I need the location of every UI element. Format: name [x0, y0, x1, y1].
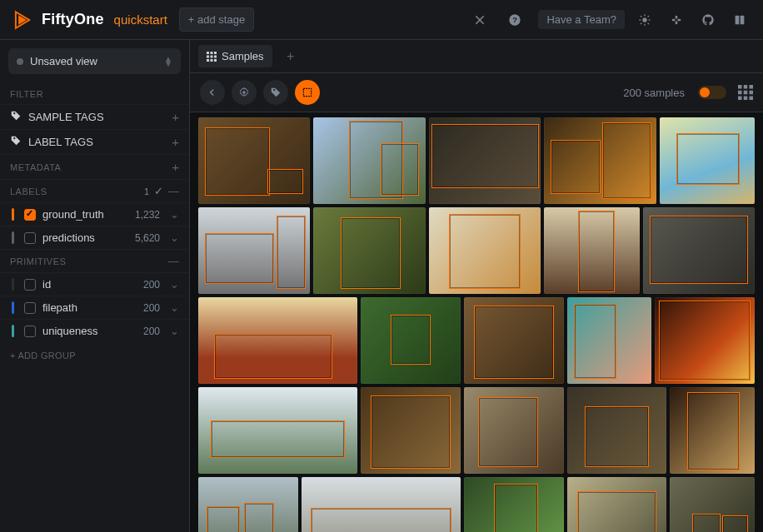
chevron-down-icon[interactable]: ⌄: [170, 208, 179, 221]
sample-thumbnail[interactable]: [643, 207, 755, 294]
docs-icon[interactable]: [728, 8, 751, 32]
sample-thumbnail[interactable]: [198, 477, 298, 532]
sample-thumbnail[interactable]: [198, 117, 310, 204]
settings-button[interactable]: [232, 80, 257, 105]
chevron-down-icon[interactable]: ⌄: [170, 325, 179, 337]
svg-text:?: ?: [513, 16, 518, 24]
bounding-box: [431, 124, 539, 188]
grid-view-icon[interactable]: [738, 85, 753, 100]
team-link[interactable]: Have a Team?: [538, 10, 625, 29]
svg-rect-27: [207, 59, 209, 62]
minus-icon[interactable]: —: [168, 185, 179, 197]
theme-icon[interactable]: [633, 8, 656, 32]
sample-thumbnail[interactable]: [670, 387, 755, 474]
svg-rect-40: [750, 97, 754, 101]
dataset-name[interactable]: quickstart: [114, 12, 167, 27]
sample-thumbnail[interactable]: [464, 387, 564, 474]
primitive-row-filepath[interactable]: filepath200⌄: [0, 296, 189, 319]
add-stage-label: + add stage: [188, 13, 245, 26]
primitives-label: PRIMITIVES: [10, 256, 66, 266]
sample-thumbnail[interactable]: [361, 297, 461, 384]
main: Samples + 200 samples: [190, 40, 763, 532]
tag-button[interactable]: [263, 80, 288, 105]
checkbox[interactable]: [24, 232, 36, 244]
brand-logo-icon: [12, 9, 33, 31]
sample-tags-label: SAMPLE TAGS: [28, 111, 104, 123]
primitive-count: 200: [143, 326, 160, 337]
checkbox[interactable]: [24, 302, 36, 314]
sample-thumbnail[interactable]: [567, 297, 652, 384]
sample-tags-row[interactable]: SAMPLE TAGS +: [0, 104, 189, 129]
bounding-box: [277, 216, 306, 288]
sample-thumbnail[interactable]: [302, 477, 461, 532]
help-icon[interactable]: ?: [503, 8, 526, 32]
add-stage-button[interactable]: + add stage: [179, 7, 254, 32]
sample-thumbnail[interactable]: [655, 297, 755, 384]
grid-icon: [207, 52, 217, 62]
svg-rect-23: [214, 52, 217, 54]
bounding-box: [449, 214, 521, 288]
add-group-button[interactable]: + ADD GROUP: [0, 342, 189, 369]
view-picker-label: Unsaved view: [30, 55, 97, 67]
checkbox[interactable]: [24, 326, 36, 337]
svg-rect-24: [207, 55, 209, 57]
plus-icon[interactable]: +: [172, 160, 179, 174]
clear-icon[interactable]: [468, 8, 491, 32]
sample-thumbnail[interactable]: [464, 477, 564, 532]
metadata-row[interactable]: METADATA +: [0, 154, 189, 179]
patches-button[interactable]: [295, 80, 320, 105]
primitive-color-swatch: [12, 325, 14, 337]
label-row-ground_truth[interactable]: ground_truth1,232⌄: [0, 202, 189, 226]
sample-thumbnail[interactable]: [567, 387, 667, 474]
svg-point-6: [642, 17, 646, 22]
minus-icon[interactable]: —: [168, 255, 179, 267]
bounding-box: [391, 315, 431, 365]
labels-header-row[interactable]: LABELS 1 ✓ —: [0, 179, 189, 202]
tab-add-button[interactable]: +: [279, 49, 302, 64]
sample-thumbnail[interactable]: [313, 207, 425, 294]
sample-grid[interactable]: [190, 112, 763, 532]
label-row-predictions[interactable]: predictions5,620⌄: [0, 226, 189, 249]
bounding-box: [585, 406, 649, 467]
chevron-down-icon[interactable]: ⌄: [170, 278, 179, 291]
overlay-toggle[interactable]: [698, 86, 726, 99]
slack-icon[interactable]: [665, 8, 688, 32]
tabs: Samples +: [190, 40, 763, 73]
sample-thumbnail[interactable]: [198, 207, 310, 294]
sample-thumbnail[interactable]: [313, 117, 425, 204]
sample-count: 200 samples: [623, 87, 685, 99]
toolbar: 200 samples: [190, 73, 763, 112]
svg-rect-32: [738, 85, 742, 89]
plus-icon[interactable]: +: [172, 135, 179, 149]
label-tags-row[interactable]: LABEL TAGS +: [0, 129, 189, 154]
sample-thumbnail[interactable]: [429, 207, 541, 294]
sidebar: Unsaved view ▲▼ FILTER SAMPLE TAGS + LAB…: [0, 40, 190, 532]
plus-icon[interactable]: +: [172, 110, 179, 124]
sample-thumbnail[interactable]: [670, 477, 755, 532]
sample-thumbnail[interactable]: [198, 387, 357, 474]
checkbox[interactable]: [24, 209, 36, 221]
sample-thumbnail[interactable]: [567, 477, 667, 532]
sample-thumbnail[interactable]: [660, 117, 755, 204]
bounding-box: [602, 122, 651, 199]
bounding-box: [267, 169, 303, 193]
label-count: 1,232: [135, 209, 160, 221]
view-picker[interactable]: Unsaved view ▲▼: [8, 48, 181, 74]
sample-thumbnail[interactable]: [544, 117, 656, 204]
primitive-row-uniqueness[interactable]: uniqueness200⌄: [0, 319, 189, 342]
sample-thumbnail[interactable]: [361, 387, 461, 474]
checkbox[interactable]: [24, 279, 36, 291]
github-icon[interactable]: [696, 8, 720, 32]
sample-thumbnail[interactable]: [544, 207, 639, 294]
bounding-box: [687, 392, 740, 470]
chevron-down-icon[interactable]: ⌄: [170, 231, 179, 244]
tab-samples[interactable]: Samples: [198, 45, 272, 67]
back-button[interactable]: [200, 80, 225, 105]
sample-thumbnail[interactable]: [198, 297, 357, 384]
primitives-header-row[interactable]: PRIMITIVES —: [0, 249, 189, 272]
chevron-down-icon[interactable]: ⌄: [170, 301, 179, 314]
primitive-row-id[interactable]: id200⌄: [0, 272, 189, 296]
sample-thumbnail[interactable]: [429, 117, 541, 204]
sample-thumbnail[interactable]: [464, 297, 564, 384]
bounding-box: [205, 233, 274, 283]
